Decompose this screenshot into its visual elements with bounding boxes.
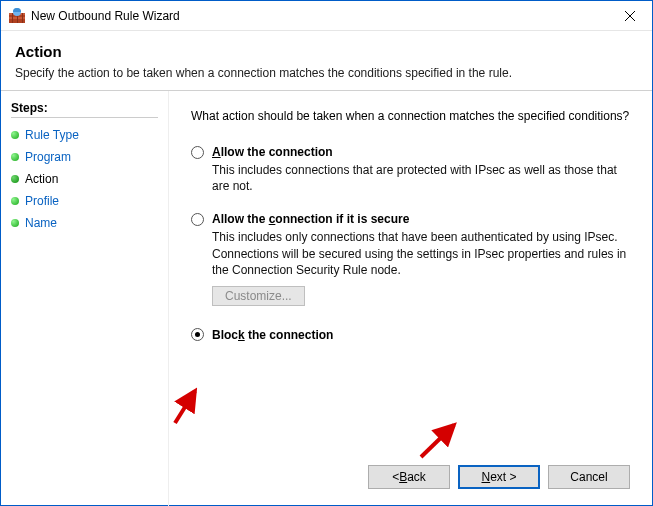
annotation-arrow-icon [409, 415, 469, 465]
wizard-window: New Outbound Rule Wizard Action Specify … [0, 0, 653, 506]
firewall-icon [9, 8, 25, 24]
question-text: What action should be taken when a conne… [191, 109, 630, 123]
titlebar: New Outbound Rule Wizard [1, 1, 652, 31]
bullet-icon [11, 197, 19, 205]
option-allow-label: Allow the connection [212, 145, 333, 159]
step-rule-type[interactable]: Rule Type [11, 124, 158, 146]
cancel-button[interactable]: Cancel [548, 465, 630, 489]
customize-button: Customize... [212, 286, 305, 306]
option-allow-secure-desc: This includes only connections that have… [212, 229, 630, 278]
bullet-icon [11, 175, 19, 183]
bullet-icon [11, 131, 19, 139]
step-label: Name [25, 216, 57, 230]
radio-allow-secure[interactable] [191, 213, 204, 226]
steps-label: Steps: [11, 101, 158, 118]
step-label: Profile [25, 194, 59, 208]
svg-rect-3 [12, 13, 13, 23]
step-program[interactable]: Program [11, 146, 158, 168]
bullet-icon [11, 153, 19, 161]
button-row: < Back Next > Cancel [368, 465, 630, 489]
option-block-label: Block the connection [212, 328, 333, 342]
option-allow: Allow the connection This includes conne… [191, 145, 630, 194]
step-label: Action [25, 172, 58, 186]
step-label: Rule Type [25, 128, 79, 142]
option-allow-secure-label: Allow the connection if it is secure [212, 212, 409, 226]
option-allow-secure: Allow the connection if it is secure Thi… [191, 212, 630, 306]
annotation-arrow-icon [167, 381, 217, 431]
steps-list: Rule Type Program Action Profile Name [11, 124, 158, 234]
back-button[interactable]: < Back [368, 465, 450, 489]
close-button[interactable] [607, 1, 652, 31]
step-action[interactable]: Action [11, 168, 158, 190]
option-allow-desc: This includes connections that are prote… [212, 162, 630, 194]
steps-sidebar: Steps: Rule Type Program Action Profile [1, 91, 169, 506]
window-title: New Outbound Rule Wizard [31, 9, 180, 23]
next-button[interactable]: Next > [458, 465, 540, 489]
radio-block[interactable] [191, 328, 204, 341]
option-block: Block the connection [191, 328, 630, 342]
wizard-body: Steps: Rule Type Program Action Profile [1, 91, 652, 506]
main-panel: What action should be taken when a conne… [169, 91, 652, 506]
step-profile[interactable]: Profile [11, 190, 158, 212]
page-header: Action Specify the action to be taken wh… [1, 31, 652, 91]
step-name[interactable]: Name [11, 212, 158, 234]
bullet-icon [11, 219, 19, 227]
page-description: Specify the action to be taken when a co… [15, 66, 512, 80]
page-title: Action [15, 43, 512, 60]
close-icon [625, 11, 635, 21]
svg-rect-5 [22, 13, 23, 23]
step-label: Program [25, 150, 71, 164]
radio-allow[interactable] [191, 146, 204, 159]
